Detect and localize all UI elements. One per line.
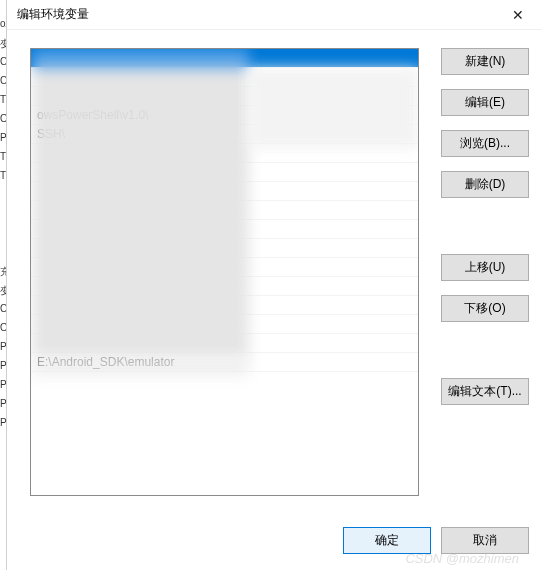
list-item[interactable] bbox=[31, 201, 418, 220]
list-item[interactable] bbox=[31, 68, 418, 87]
delete-button[interactable]: 删除(D) bbox=[441, 171, 529, 198]
list-item[interactable] bbox=[31, 296, 418, 315]
dialog-body: owsPowerShell\v1.0\ SSH\E:\Android_SDK\e… bbox=[19, 48, 529, 516]
list-item[interactable]: owsPowerShell\v1.0\ bbox=[31, 106, 418, 125]
list-item[interactable] bbox=[31, 144, 418, 163]
close-icon[interactable]: ✕ bbox=[497, 1, 539, 29]
cancel-button[interactable]: 取消 bbox=[441, 527, 529, 554]
edittext-button[interactable]: 编辑文本(T)... bbox=[441, 378, 529, 405]
list-item[interactable] bbox=[31, 182, 418, 201]
list-item[interactable] bbox=[31, 277, 418, 296]
list-item[interactable] bbox=[31, 334, 418, 353]
titlebar: 编辑环境变量 ✕ bbox=[7, 0, 541, 30]
movedown-button[interactable]: 下移(O) bbox=[441, 295, 529, 322]
side-button-column: 新建(N) 编辑(E) 浏览(B)... 删除(D) 上移(U) 下移(O) 编… bbox=[441, 48, 529, 405]
list-item[interactable] bbox=[31, 163, 418, 182]
ok-button[interactable]: 确定 bbox=[343, 527, 431, 554]
edit-button[interactable]: 编辑(E) bbox=[441, 89, 529, 116]
moveup-button[interactable]: 上移(U) bbox=[441, 254, 529, 281]
list-item[interactable]: SSH\ bbox=[31, 125, 418, 144]
list-item[interactable] bbox=[31, 315, 418, 334]
window-title: 编辑环境变量 bbox=[17, 6, 497, 23]
list-item[interactable] bbox=[31, 220, 418, 239]
bottom-bar: 确定 取消 bbox=[7, 527, 529, 554]
list-item[interactable] bbox=[31, 258, 418, 277]
new-button[interactable]: 新建(N) bbox=[441, 48, 529, 75]
edit-env-var-dialog: 编辑环境变量 ✕ owsPowerShell\v1.0\ SSH\E:\Andr… bbox=[6, 0, 541, 570]
path-listbox[interactable]: owsPowerShell\v1.0\ SSH\E:\Android_SDK\e… bbox=[30, 48, 419, 496]
list-item[interactable] bbox=[31, 239, 418, 258]
list-item[interactable] bbox=[31, 49, 418, 68]
browse-button[interactable]: 浏览(B)... bbox=[441, 130, 529, 157]
list-item[interactable]: E:\Android_SDK\emulator bbox=[31, 353, 418, 372]
list-item[interactable] bbox=[31, 87, 418, 106]
